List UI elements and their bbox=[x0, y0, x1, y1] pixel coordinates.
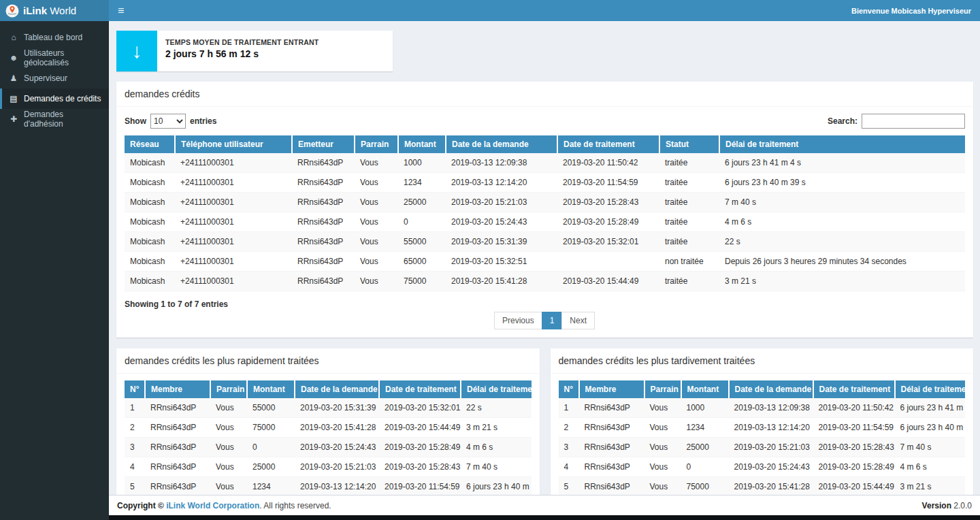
column-header[interactable]: Membre bbox=[145, 380, 210, 398]
infobox-label: TEMPS MOYEN DE TRAITEMENT ENTRANT bbox=[165, 38, 318, 46]
table-cell: 1234 bbox=[247, 477, 295, 495]
table-header-row: RéseauTéléphone utilisateurEmetteurParra… bbox=[125, 135, 965, 153]
column-header[interactable]: Délai de traitement bbox=[895, 380, 966, 398]
table-cell: +24111000301 bbox=[175, 193, 292, 212]
table-cell: traitée bbox=[659, 153, 719, 173]
table-cell: 2019-03-20 15:44:49 bbox=[379, 418, 461, 438]
table-cell: 75000 bbox=[681, 477, 729, 495]
table-summary: Showing 1 to 7 of 7 entries bbox=[125, 299, 965, 309]
table-cell: +24111000301 bbox=[175, 153, 292, 173]
column-header[interactable]: Date de la demande bbox=[446, 135, 557, 153]
table-cell: Vous bbox=[210, 398, 247, 418]
footer: Copyright © iLink World Corporation. All… bbox=[109, 495, 980, 515]
table-cell: Vous bbox=[644, 438, 681, 457]
column-header[interactable]: Montant bbox=[681, 380, 729, 398]
table-cell: 2019-03-20 15:32:51 bbox=[446, 252, 557, 272]
page-size-select[interactable]: 10 bbox=[150, 114, 186, 129]
sidebar-toggle[interactable]: ≡ bbox=[118, 5, 124, 16]
column-header[interactable]: Date de la demande bbox=[729, 380, 813, 398]
table-cell: 2019-03-20 15:28:49 bbox=[557, 212, 659, 232]
sidebar-item-membership-requests[interactable]: ✚Demandes d'adhésion bbox=[0, 109, 109, 129]
pagination-next-button[interactable]: Next bbox=[561, 312, 595, 329]
column-header[interactable]: Membre bbox=[579, 380, 644, 398]
column-header[interactable]: Date de traitement bbox=[557, 135, 659, 153]
credit-requests-table-body: Mobicash+24111000301RRnsi643dPVous100020… bbox=[125, 153, 965, 291]
table-cell: 2019-03-13 12:09:38 bbox=[446, 153, 557, 173]
pagination-page-1-button[interactable]: 1 bbox=[542, 312, 563, 329]
table-cell: 7 m 40 s bbox=[719, 193, 965, 212]
table-cell: traitée bbox=[659, 212, 719, 232]
table-row: 1RRnsi643dPVous10002019-03-13 12:09:3820… bbox=[559, 398, 966, 418]
column-header[interactable]: Emetteur bbox=[292, 135, 355, 153]
show-label: Show bbox=[125, 116, 146, 126]
slowest-requests-panel: demandes crédits les plus tardivement tr… bbox=[551, 348, 974, 495]
top-navbar: ≡ Bienvenue Mobicash Hyperviseur bbox=[109, 0, 980, 21]
column-header[interactable]: Montant bbox=[398, 135, 446, 153]
table-cell: Vous bbox=[644, 398, 681, 418]
search-control: Search: bbox=[828, 114, 965, 129]
table-cell: 2019-03-20 15:41:28 bbox=[295, 418, 379, 438]
table-cell: RRnsi643dP bbox=[145, 457, 210, 477]
column-header[interactable]: Parrain bbox=[210, 380, 247, 398]
table-cell: 0 bbox=[398, 212, 446, 232]
table-cell: 2019-03-20 15:21:03 bbox=[446, 193, 557, 212]
table-cell: 4 m 6 s bbox=[719, 212, 965, 232]
column-header[interactable]: Statut bbox=[659, 135, 719, 153]
fastest-requests-panel: demandes crédits les plus rapidement tra… bbox=[116, 348, 540, 495]
column-header[interactable]: Délai de traitement bbox=[719, 135, 965, 153]
table-cell: Vous bbox=[355, 173, 398, 193]
table-row: 4RRnsi643dPVous250002019-03-20 15:21:032… bbox=[125, 457, 532, 477]
credit-requests-icon: ▤ bbox=[9, 94, 18, 103]
table-cell: 6 jours 23 h 40 m 39 s bbox=[719, 173, 965, 193]
panel-title: demandes crédits les plus rapidement tra… bbox=[116, 348, 540, 374]
column-header[interactable]: Date de la demande bbox=[295, 380, 379, 398]
column-header[interactable]: Téléphone utilisateur bbox=[175, 135, 292, 153]
table-cell: Mobicash bbox=[125, 232, 175, 252]
table-cell: RRnsi643dP bbox=[579, 477, 644, 495]
credit-requests-table: RéseauTéléphone utilisateurEmetteurParra… bbox=[125, 135, 965, 291]
column-header[interactable]: Délai de traitement bbox=[461, 380, 532, 398]
table-row: Mobicash+24111000301RRnsi643dPVous02019-… bbox=[125, 212, 965, 232]
table-cell: Vous bbox=[210, 457, 247, 477]
table-cell: 2019-03-20 15:44:49 bbox=[557, 272, 659, 291]
table-cell: RRnsi643dP bbox=[579, 398, 644, 418]
infobox-value: 2 jours 7 h 56 m 12 s bbox=[165, 48, 318, 59]
sidebar-item-label: Demandes de crédits bbox=[24, 94, 101, 103]
panel-title: demandes crédits bbox=[116, 82, 973, 107]
corporation-link[interactable]: iLink World Corporation bbox=[166, 501, 259, 510]
column-header[interactable]: Date de traitement bbox=[379, 380, 461, 398]
credit-requests-panel: demandes crédits Show 10 entries Search: bbox=[116, 82, 973, 338]
column-header[interactable]: Parrain bbox=[644, 380, 681, 398]
column-header[interactable]: Réseau bbox=[125, 135, 175, 153]
table-cell: 2019-03-20 11:54:59 bbox=[379, 477, 461, 495]
table-cell: 2019-03-20 15:28:43 bbox=[557, 193, 659, 212]
app-logo[interactable]: iLink World bbox=[0, 0, 109, 21]
pagination-previous-button[interactable]: Previous bbox=[494, 312, 542, 329]
table-row: Mobicash+24111000301RRnsi643dPVous650002… bbox=[125, 252, 965, 272]
sidebar-item-geolocated-users[interactable]: ☻Utilisateurs géolocalisés bbox=[0, 48, 109, 68]
search-input[interactable] bbox=[862, 114, 965, 129]
column-header[interactable]: Date de traitement bbox=[813, 380, 895, 398]
table-cell: Mobicash bbox=[125, 272, 175, 291]
table-cell: Vous bbox=[355, 193, 398, 212]
panel-body: N°MembreParrainMontantDate de la demande… bbox=[116, 374, 540, 495]
table-cell: Vous bbox=[210, 438, 247, 457]
column-header[interactable]: Montant bbox=[247, 380, 295, 398]
version-value: 2.0.0 bbox=[951, 501, 972, 510]
sidebar-item-credit-requests[interactable]: ▤Demandes de crédits bbox=[0, 88, 109, 109]
table-cell: Vous bbox=[644, 457, 681, 477]
sidebar-item-supervisor[interactable]: ♟Superviseur bbox=[0, 68, 109, 88]
table-cell: non traitée bbox=[659, 252, 719, 272]
column-header[interactable]: N° bbox=[125, 380, 145, 398]
column-header[interactable]: N° bbox=[559, 380, 579, 398]
table-cell: 7 m 40 s bbox=[895, 438, 966, 457]
table-cell bbox=[557, 252, 659, 272]
sidebar-item-dashboard[interactable]: ⌂Tableau de bord bbox=[0, 27, 109, 48]
table-cell: 0 bbox=[247, 438, 295, 457]
table-row: 2RRnsi643dPVous750002019-03-20 15:41:282… bbox=[125, 418, 532, 438]
search-label: Search: bbox=[828, 116, 858, 126]
table-cell: RRnsi643dP bbox=[579, 418, 644, 438]
column-header[interactable]: Parrain bbox=[355, 135, 398, 153]
table-cell: Vous bbox=[210, 477, 247, 495]
table-cell: 2019-03-20 15:21:03 bbox=[295, 457, 379, 477]
